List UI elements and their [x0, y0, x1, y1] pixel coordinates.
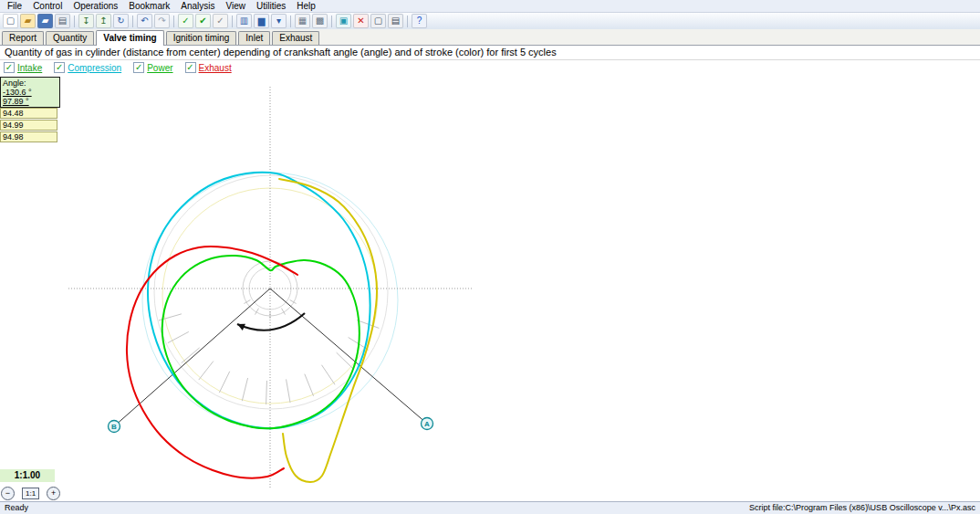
toolbar-separator: [132, 16, 133, 27]
legend-item-compression[interactable]: ✓ Compression: [54, 62, 121, 73]
accept-all-icon[interactable]: ✔: [195, 14, 211, 28]
tab-quantity[interactable]: Quantity: [46, 31, 94, 45]
toolbar-separator: [232, 16, 233, 27]
status-text: Ready: [5, 502, 28, 514]
menu-item-control[interactable]: Control: [27, 0, 68, 12]
status-bar: Ready Script file:C:\Program Files (x86)…: [0, 501, 980, 514]
import-icon[interactable]: ↧: [78, 14, 94, 28]
toolbar: ▢▰▰▤↧↥↻↶↷✓✔✓▥▆▾▦▩▣✕▢▤?: [0, 13, 980, 30]
grid-icon[interactable]: ▩: [312, 14, 328, 28]
monitor-icon[interactable]: ▢: [370, 14, 386, 28]
help-icon[interactable]: ?: [412, 14, 427, 28]
compression-label[interactable]: Compression: [68, 63, 121, 73]
print-icon[interactable]: ▤: [55, 14, 70, 28]
compression-checkbox[interactable]: ✓: [54, 62, 65, 73]
legend-item-power[interactable]: ✓ Power: [133, 62, 172, 73]
accept-icon[interactable]: ✓: [178, 14, 193, 28]
table-icon[interactable]: ▦: [295, 14, 310, 28]
angle-tick: [337, 352, 354, 369]
angle-value-2[interactable]: 97.89 °: [3, 97, 57, 106]
toolbar-separator: [290, 16, 291, 27]
curve-power: [162, 256, 360, 428]
chart-description: Quantity of gas in cylinder (distance fr…: [0, 46, 980, 60]
marker-line-b: [114, 288, 270, 426]
menu-item-help[interactable]: Help: [291, 0, 321, 12]
angle-tick: [242, 378, 247, 401]
menu-item-analysis[interactable]: Analysis: [175, 0, 220, 12]
power-checkbox[interactable]: ✓: [133, 62, 144, 73]
zoom-scale-readout: 1:1.00: [0, 469, 55, 482]
open-folder-icon[interactable]: ▰: [20, 14, 36, 28]
marker-a-label: A: [424, 420, 430, 428]
notes-icon[interactable]: ▤: [388, 14, 403, 28]
angle-tick: [305, 374, 314, 396]
legend-item-exhaust[interactable]: ✓ Exhaust: [185, 62, 232, 73]
menu-item-operations[interactable]: Operations: [68, 0, 123, 12]
intake-label[interactable]: Intake: [17, 63, 42, 73]
chart-canvas[interactable]: AB: [0, 0, 980, 514]
marker-icon[interactable]: ▾: [271, 14, 287, 28]
reload-icon[interactable]: ↻: [113, 14, 129, 28]
guide-circle: [154, 175, 388, 409]
legend-item-intake[interactable]: ✓ Intake: [4, 62, 42, 73]
close-icon[interactable]: ✕: [353, 14, 369, 28]
toolbar-separator: [173, 16, 174, 27]
menu-item-view[interactable]: View: [221, 0, 252, 12]
panels-icon[interactable]: ▥: [236, 14, 252, 28]
zoom-out-button[interactable]: −: [1, 487, 15, 500]
value-readout-1: 94.48: [0, 108, 57, 119]
value-readout-3: 94.98: [0, 131, 57, 142]
angle-readout: Angle: -130.6 ° 97.89 °: [0, 77, 60, 108]
angle-tick: [219, 372, 229, 393]
tab-exhaust[interactable]: Exhaust: [272, 31, 319, 45]
menu-item-utilities[interactable]: Utilities: [251, 0, 291, 12]
angle-tick: [199, 362, 214, 380]
exhaust-checkbox[interactable]: ✓: [185, 62, 196, 73]
tab-report[interactable]: Report: [2, 31, 44, 45]
tab-bar: Report Quantity Valve timing Ignition ti…: [0, 29, 980, 46]
angle-tick: [287, 379, 291, 403]
angle-value-1[interactable]: -130.6 °: [3, 88, 57, 97]
angle-tick: [266, 381, 267, 404]
tab-valve-timing[interactable]: Valve timing: [96, 30, 163, 46]
toolbar-separator: [331, 16, 332, 27]
save-icon[interactable]: ▰: [37, 14, 53, 28]
tab-inlet[interactable]: Inlet: [238, 31, 270, 45]
curve-exhaust: [279, 179, 377, 482]
new-file-icon[interactable]: ▢: [3, 14, 18, 28]
intake-checkbox[interactable]: ✓: [4, 62, 15, 73]
chart-icon[interactable]: ▆: [254, 14, 269, 28]
angle-tick: [182, 348, 200, 363]
verify-icon[interactable]: ✓: [213, 14, 228, 28]
value-readout-2: 94.99: [0, 120, 57, 131]
toolbar-separator: [407, 16, 408, 27]
export-icon[interactable]: ↥: [96, 14, 111, 28]
toolbar-separator: [74, 16, 75, 27]
menu-item-file[interactable]: File: [2, 0, 27, 12]
curve-compression: [148, 173, 370, 428]
zoom-controls: − 1:1 +: [1, 486, 60, 500]
screen-icon[interactable]: ▣: [336, 14, 351, 28]
script-file-path: Script file:C:\Program Files (x86)\USB O…: [749, 502, 975, 514]
redo-icon[interactable]: ↷: [154, 14, 170, 28]
legend-bar: ✓ Intake ✓ Compression ✓ Power ✓ Exhaust: [0, 61, 980, 74]
angle-tick: [321, 365, 335, 385]
power-label[interactable]: Power: [147, 63, 172, 73]
menu-bar: File Control Operations Bookmark Analysi…: [0, 0, 980, 13]
marker-b-label: B: [111, 423, 117, 431]
menu-item-bookmark[interactable]: Bookmark: [123, 0, 175, 12]
zoom-reset-button[interactable]: 1:1: [22, 488, 39, 499]
angle-readout-label: Angle:: [3, 79, 57, 88]
zoom-in-button[interactable]: +: [47, 487, 60, 500]
undo-icon[interactable]: ↶: [137, 14, 152, 28]
exhaust-label[interactable]: Exhaust: [199, 63, 232, 73]
tab-ignition-timing[interactable]: Ignition timing: [166, 31, 237, 45]
